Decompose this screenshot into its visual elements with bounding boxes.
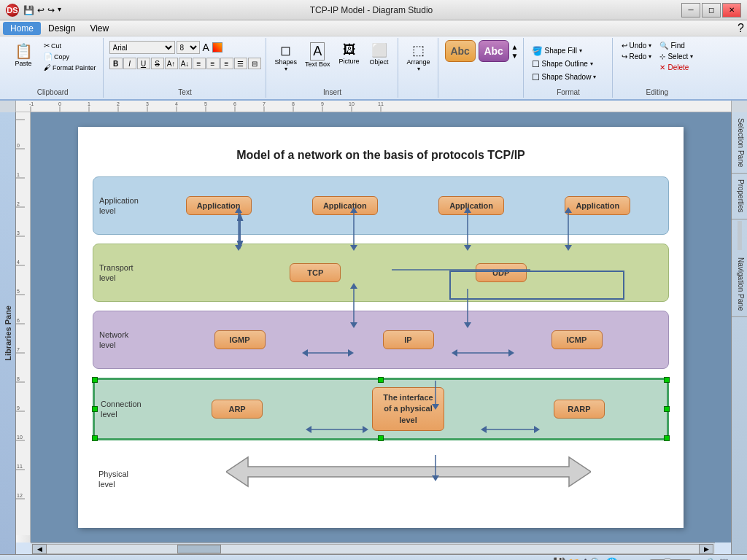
- menu-view[interactable]: View: [82, 22, 116, 35]
- shadow-dropdown[interactable]: ▾: [593, 74, 596, 80]
- application-node-3[interactable]: Application: [438, 196, 504, 215]
- shape-fill-button[interactable]: 🪣 Shape Fill ▾: [530, 45, 584, 57]
- fill-dropdown[interactable]: ▾: [579, 47, 582, 54]
- save-icon[interactable]: 💾: [553, 557, 565, 561]
- undo-button[interactable]: ↩ Undo ▾: [619, 41, 655, 50]
- menu-design[interactable]: Design: [41, 22, 82, 35]
- minimize-button[interactable]: ─: [681, 3, 700, 18]
- restore-button[interactable]: ◻: [702, 3, 721, 18]
- insert-label: Insert: [272, 87, 393, 96]
- help-icon[interactable]: ?: [738, 22, 744, 35]
- abc-up[interactable]: ▲: [511, 43, 519, 51]
- selection-pane-tab[interactable]: Selection Pane: [732, 112, 747, 174]
- font-color-swatch[interactable]: [212, 42, 222, 52]
- cut-button[interactable]: ✂ Cut: [42, 41, 98, 50]
- zoom-in-icon[interactable]: +: [695, 557, 701, 561]
- properties-tab[interactable]: Properties: [732, 174, 747, 219]
- close-button[interactable]: ✕: [722, 3, 741, 18]
- textbox-button[interactable]: A Text Box: [302, 41, 333, 69]
- expand-icon[interactable]: ⊞: [732, 557, 741, 561]
- format-painter-button[interactable]: 🖌 Format Painter: [42, 63, 98, 72]
- undo-qs-icon[interactable]: ↩: [37, 5, 44, 15]
- libraries-pane-tab[interactable]: Libraries Pane: [0, 112, 16, 554]
- application-node-4[interactable]: Application: [565, 196, 630, 215]
- strikethrough-button[interactable]: S: [151, 58, 164, 69]
- h-scrollbar[interactable]: ◀ ▶: [31, 542, 715, 554]
- font-family-select[interactable]: Arial: [109, 41, 175, 54]
- italic-button[interactable]: I: [123, 58, 136, 69]
- application-node-2[interactable]: Application: [312, 196, 378, 215]
- scroll-right-btn[interactable]: ▶: [699, 544, 713, 554]
- paste-button[interactable]: 📋 Paste: [7, 41, 39, 69]
- zoom-out-icon[interactable]: −: [640, 557, 646, 561]
- outline-icon: ☐: [532, 59, 540, 69]
- scroll-track[interactable]: [47, 544, 699, 554]
- svg-text:0: 0: [17, 143, 20, 148]
- search-status-icon[interactable]: 🔍: [590, 557, 603, 561]
- sidebar-resize-handle[interactable]: [738, 221, 742, 250]
- undo-dropdown[interactable]: ▾: [649, 42, 651, 49]
- outline-dropdown[interactable]: ▾: [590, 61, 593, 67]
- text-content: Arial 8 A B I U S A↑ A↓ ≡ ≡ ≡ ☰ ⊟: [109, 39, 261, 87]
- align-center-button[interactable]: ≡: [206, 58, 220, 69]
- select-dropdown[interactable]: ▾: [690, 53, 693, 60]
- delete-icon: ✕: [659, 63, 665, 71]
- ip-node[interactable]: IP: [383, 330, 434, 349]
- font-color-button[interactable]: A: [201, 42, 211, 53]
- qs-dropdown[interactable]: ▾: [58, 5, 61, 15]
- application-node-1[interactable]: Application: [186, 196, 252, 215]
- menu-home[interactable]: Home: [3, 22, 41, 35]
- abc-orange-1[interactable]: Abc: [445, 40, 476, 62]
- scroll-thumb[interactable]: [177, 545, 221, 553]
- igmp-node[interactable]: IGMP: [214, 330, 266, 349]
- canvas-scroll[interactable]: Model of a network on the basis of proto…: [31, 112, 731, 542]
- sel-handle-tl[interactable]: [92, 377, 98, 383]
- shield-icon[interactable]: 🛡: [719, 557, 729, 561]
- icmp-node[interactable]: ICMP: [551, 330, 603, 349]
- align-right-button[interactable]: ≡: [220, 58, 233, 69]
- shapes-dropdown[interactable]: ▾: [285, 66, 287, 72]
- shrink-button[interactable]: A↓: [179, 58, 192, 69]
- find-select-col: 🔍 Find ⊹ Select ▾ ✕ Delete: [657, 41, 696, 72]
- abc-label: [444, 95, 519, 96]
- diagram-page: Model of a network on the basis of proto…: [78, 127, 684, 528]
- redo-qs-icon[interactable]: ↪: [47, 5, 55, 15]
- redo-button[interactable]: ↪ Redo ▾: [619, 52, 655, 61]
- indent-button[interactable]: ⊟: [248, 58, 261, 69]
- arrange-dropdown[interactable]: ▾: [417, 66, 420, 72]
- object-button[interactable]: ⬜ Object: [365, 41, 393, 67]
- bullet-button[interactable]: ☰: [234, 58, 247, 69]
- shape-shadow-label: Shape Shadow: [542, 73, 592, 81]
- connection-layer[interactable]: Connectionlevel ARP The interfaceof a ph…: [93, 378, 669, 440]
- shape-outline-button[interactable]: ☐ Shape Outline ▾: [530, 58, 595, 70]
- shapes-button[interactable]: ◻ Shapes ▾: [272, 41, 301, 74]
- info-icon[interactable]: ℹ: [584, 557, 587, 561]
- interface-node[interactable]: The interfaceof a physicallevel: [372, 387, 444, 431]
- lock-icon[interactable]: 🔒: [704, 557, 716, 561]
- tcp-node[interactable]: TCP: [290, 263, 341, 282]
- shape-shadow-button[interactable]: ☐ Shape Shadow ▾: [530, 71, 599, 83]
- copy-button[interactable]: 📄 Copy: [42, 52, 98, 61]
- globe-icon[interactable]: 🌐: [605, 557, 618, 561]
- align-left-button[interactable]: ≡: [193, 58, 206, 69]
- select-button[interactable]: ⊹ Select ▾: [657, 52, 696, 61]
- navigation-pane-tab[interactable]: Navigation Pane: [732, 252, 747, 317]
- abc-down[interactable]: ▼: [511, 52, 519, 60]
- grow-button[interactable]: A↑: [165, 58, 178, 69]
- underline-button[interactable]: U: [137, 58, 150, 69]
- find-button[interactable]: 🔍 Find: [657, 41, 696, 50]
- font-size-select[interactable]: 8: [177, 41, 200, 54]
- arp-node[interactable]: ARP: [212, 400, 263, 419]
- arrange-button[interactable]: ⬚ Arrange ▾: [404, 41, 433, 74]
- redo-dropdown[interactable]: ▾: [649, 53, 651, 60]
- save-qs-icon[interactable]: 💾: [23, 5, 34, 15]
- picture-button[interactable]: 🖼 Picture: [336, 41, 363, 66]
- delete-button[interactable]: ✕ Delete: [657, 63, 696, 72]
- abc-purple-1[interactable]: Abc: [479, 40, 509, 62]
- rarp-node[interactable]: RARP: [554, 400, 605, 419]
- open-icon[interactable]: 📂: [568, 557, 581, 561]
- scroll-left-btn[interactable]: ◀: [32, 544, 47, 554]
- sel-handle-bl[interactable]: [92, 435, 98, 441]
- sel-handle-ml[interactable]: [92, 406, 98, 412]
- bold-button[interactable]: B: [109, 58, 123, 69]
